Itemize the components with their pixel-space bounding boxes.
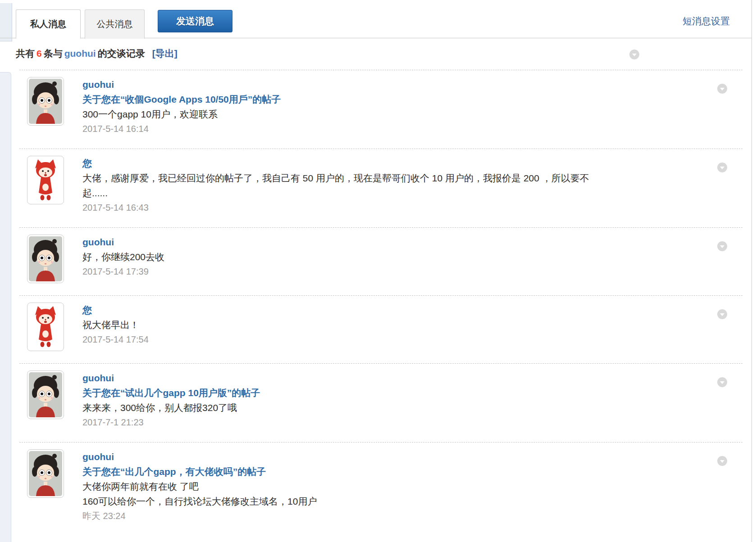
message-text: 300一个gapp 10用户，欢迎联系: [82, 107, 281, 122]
row-dropdown-arrow-icon[interactable]: [717, 84, 727, 94]
message-text: 大佬你两年前就有在收 了吧: [82, 479, 317, 494]
message-time: 2017-5-14 16:43: [82, 200, 592, 215]
message-subject-link[interactable]: 关于您在“出几个gapp，有大佬收吗”的帖子: [82, 464, 317, 479]
chevron-down-icon: [720, 313, 724, 316]
avatar[interactable]: [27, 370, 64, 419]
chevron-down-icon: [632, 54, 637, 56]
message-time: 2017-7-1 21:23: [82, 415, 260, 430]
message-time: 昨天 23:24: [82, 509, 317, 524]
summary-suffix: 的交谈记录: [98, 48, 145, 59]
tab-public-messages[interactable]: 公共消息: [85, 9, 145, 39]
row-dropdown-arrow-icon[interactable]: [717, 456, 727, 466]
boy-avatar-icon: [29, 451, 62, 496]
message-content: guohui 关于您在“试出几个gapp 10用户版”的帖子 来来来，300给你…: [82, 370, 260, 430]
header-dropdown-arrow-icon[interactable]: [629, 50, 639, 59]
tab-bar: 私人消息 公共消息 发送消息 短消息设置: [0, 0, 751, 38]
conversation-summary: 共有6条与guohui的交谈记录[导出]: [16, 39, 178, 68]
message-row: guohui 关于您在“收個Google Apps 10/50用戶”的帖子 30…: [19, 70, 742, 149]
message-content: guohui 关于您在“收個Google Apps 10/50用戶”的帖子 30…: [82, 77, 281, 136]
sender-name-link[interactable]: guohui: [82, 235, 164, 249]
pm-settings-link[interactable]: 短消息设置: [683, 15, 730, 27]
summary-prefix: 共有: [16, 48, 35, 59]
chevron-down-icon: [720, 88, 724, 90]
message-row: 您 祝大佬早出！ 2017-5-14 17:54: [19, 295, 742, 363]
message-subject-link[interactable]: 关于您在“试出几个gapp 10用户版”的帖子: [82, 385, 260, 400]
background-panel-fragment-bottom: [0, 72, 11, 542]
summary-middle: 条与: [44, 48, 63, 59]
message-content: 您 大佬，感谢厚爱，我已经回过你的帖子了，我自己有 50 用户的，现在是帮哥们收…: [82, 156, 592, 215]
avatar[interactable]: [27, 235, 64, 283]
fox-avatar-icon: [29, 158, 62, 203]
message-subject-link[interactable]: 关于您在“收個Google Apps 10/50用戶”的帖子: [82, 92, 281, 107]
sender-name-link[interactable]: 您: [82, 303, 149, 317]
boy-avatar-icon: [29, 236, 62, 281]
sender-name-link[interactable]: guohui: [82, 370, 260, 385]
message-content: guohui 好，你继续200去收 2017-5-14 17:39: [82, 235, 164, 279]
message-time: 2017-5-14 16:14: [82, 122, 281, 136]
message-text: 来来来，300给你，别人都报320了哦: [82, 400, 260, 415]
row-dropdown-arrow-icon[interactable]: [717, 309, 727, 319]
message-text: 祝大佬早出！: [82, 317, 149, 332]
message-time: 2017-5-14 17:54: [82, 332, 149, 347]
row-dropdown-arrow-icon[interactable]: [717, 377, 727, 387]
message-list: guohui 关于您在“收個Google Apps 10/50用戶”的帖子 30…: [19, 70, 742, 536]
message-count: 6: [36, 48, 42, 59]
conversation-summary-row: 共有6条与guohui的交谈记录[导出]: [0, 39, 751, 70]
avatar[interactable]: [27, 303, 64, 351]
row-dropdown-arrow-icon[interactable]: [717, 163, 727, 172]
message-row: 您 大佬，感谢厚爱，我已经回过你的帖子了，我自己有 50 用户的，现在是帮哥们收…: [19, 149, 742, 227]
message-row: guohui 关于您在“试出几个gapp 10用户版”的帖子 来来来，300给你…: [19, 363, 742, 442]
export-link[interactable]: [导出]: [152, 48, 178, 59]
message-text: 大佬，感谢厚爱，我已经回过你的帖子了，我自己有 50 用户的，现在是帮哥们收个 …: [82, 171, 592, 200]
row-dropdown-arrow-icon[interactable]: [717, 241, 727, 251]
fox-avatar-icon: [29, 304, 62, 349]
message-content: 您 祝大佬早出！ 2017-5-14 17:54: [82, 303, 149, 347]
chevron-down-icon: [720, 167, 724, 169]
chevron-down-icon: [720, 245, 724, 248]
message-content: guohui 关于您在“出几个gapp，有大佬收吗”的帖子 大佬你两年前就有在收…: [82, 449, 317, 524]
chevron-down-icon: [720, 460, 724, 463]
sender-name-link[interactable]: 您: [82, 156, 592, 171]
chevron-down-icon: [720, 381, 724, 384]
content-right-border: [751, 0, 752, 542]
message-row: guohui 关于您在“出几个gapp，有大佬收吗”的帖子 大佬你两年前就有在收…: [19, 442, 742, 536]
message-text: 好，你继续200去收: [82, 249, 164, 264]
conversation-user-link[interactable]: guohui: [64, 48, 96, 59]
avatar[interactable]: [27, 449, 64, 498]
boy-avatar-icon: [29, 79, 62, 124]
message-time: 2017-5-14 17:39: [82, 264, 164, 279]
sender-name-link[interactable]: guohui: [82, 449, 317, 464]
avatar[interactable]: [27, 156, 64, 204]
avatar[interactable]: [27, 77, 64, 126]
message-text: 160可以给你一个，自行找论坛大佬修改主域名，10用户: [82, 494, 317, 509]
send-message-button[interactable]: 发送消息: [158, 10, 232, 32]
boy-avatar-icon: [29, 372, 62, 417]
message-row: guohui 好，你继续200去收 2017-5-14 17:39: [19, 227, 742, 295]
sender-name-link[interactable]: guohui: [82, 77, 281, 92]
tab-private-messages[interactable]: 私人消息: [16, 9, 81, 39]
